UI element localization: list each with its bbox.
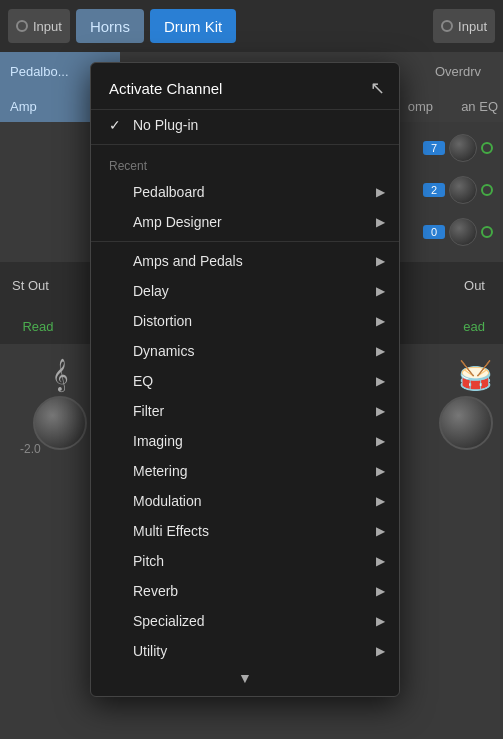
multi-effects-item[interactable]: Multi Effects ▶ [91,516,399,546]
amp-designer-recent-item[interactable]: Amp Designer ▶ [91,207,399,237]
green-indicator-3 [481,226,493,238]
reverb-item[interactable]: Reverb ▶ [91,576,399,606]
drum-kit-label: Drum Kit [164,18,222,35]
distortion-arrow-icon: ▶ [376,314,385,328]
checkmark-icon: ✓ [109,117,125,133]
filter-arrow-icon: ▶ [376,404,385,418]
delay-label: Delay [133,283,376,299]
read-left-button[interactable]: Read [8,319,68,334]
input-left-label: Input [33,19,62,34]
db-label: -2.0 [20,442,41,456]
specialized-label: Specialized [133,613,376,629]
input-right-label: Input [458,19,487,34]
eq-arrow-icon: ▶ [376,374,385,388]
distortion-label: Distortion [133,313,376,329]
dynamics-item[interactable]: Dynamics ▶ [91,336,399,366]
utility-arrow-icon: ▶ [376,644,385,658]
comp-label: omp [408,99,433,114]
scroll-down-indicator[interactable]: ▼ [91,666,399,688]
menu-header[interactable]: Activate Channel ↖ [91,67,399,110]
amp-label: Amp [10,99,37,114]
overdrive-button[interactable]: Overdrv [413,52,503,90]
delay-item[interactable]: Delay ▶ [91,276,399,306]
metering-label: Metering [133,463,376,479]
amps-pedals-item[interactable]: Amps and Pedals ▶ [91,246,399,276]
left-big-knob[interactable] [33,396,87,450]
delay-arrow-icon: ▶ [376,284,385,298]
recent-section-label: Recent [91,149,399,177]
dynamics-arrow-icon: ▶ [376,344,385,358]
right-knob-area: 7 2 0 [403,122,503,262]
read-right-button[interactable]: ead [463,319,485,334]
reverb-label: Reverb [133,583,376,599]
no-plugin-item[interactable]: ✓ No Plug-in [91,110,399,140]
modulation-item[interactable]: Modulation ▶ [91,486,399,516]
knob-2[interactable] [449,176,477,204]
input-right-btn[interactable]: Input [433,9,495,43]
top-bar: Input Horns Drum Kit Input [0,0,503,52]
an-eq-label: an EQ [461,99,498,114]
amp-designer-recent-label: Amp Designer [133,214,376,230]
distortion-item[interactable]: Distortion ▶ [91,306,399,336]
pedalboard-label: Pedalbo... [10,64,69,79]
input-right-indicator [441,20,453,32]
num-badge-3: 0 [423,225,445,239]
knob-3[interactable] [449,218,477,246]
knob-row-3: 0 [423,218,493,246]
pedalboard-recent-item[interactable]: Pedalboard ▶ [91,177,399,207]
an-eq-button[interactable]: an EQ [438,90,503,122]
horns-label: Horns [90,18,130,35]
cursor-arrow-icon: ↖ [370,77,385,99]
reverb-arrow-icon: ▶ [376,584,385,598]
overdrive-label: Overdrv [435,64,481,79]
dynamics-label: Dynamics [133,343,376,359]
activate-channel-label: Activate Channel [109,80,222,97]
right-big-knob[interactable] [439,396,493,450]
pitch-label: Pitch [133,553,376,569]
num-badge-2: 2 [423,183,445,197]
utility-item[interactable]: Utility ▶ [91,636,399,666]
imaging-item[interactable]: Imaging ▶ [91,426,399,456]
modulation-arrow-icon: ▶ [376,494,385,508]
divider-1 [91,144,399,145]
eq-label: EQ [133,373,376,389]
num-badge-1: 7 [423,141,445,155]
metering-item[interactable]: Metering ▶ [91,456,399,486]
filter-label: Filter [133,403,376,419]
knob-row-2: 2 [423,176,493,204]
drum-kit-button[interactable]: Drum Kit [150,9,236,43]
pitch-item[interactable]: Pitch ▶ [91,546,399,576]
pedalboard-arrow-icon: ▶ [376,185,385,199]
imaging-arrow-icon: ▶ [376,434,385,448]
divider-2 [91,241,399,242]
metering-arrow-icon: ▶ [376,464,385,478]
multi-effects-label: Multi Effects [133,523,376,539]
amps-pedals-arrow-icon: ▶ [376,254,385,268]
eq-item[interactable]: EQ ▶ [91,366,399,396]
amps-pedals-label: Amps and Pedals [133,253,376,269]
amp-designer-arrow-icon: ▶ [376,215,385,229]
scroll-down-arrow-icon: ▼ [238,670,252,686]
input-left-btn[interactable]: Input [8,9,70,43]
filter-item[interactable]: Filter ▶ [91,396,399,426]
green-indicator-1 [481,142,493,154]
green-indicator-2 [481,184,493,196]
no-plugin-label: No Plug-in [133,117,385,133]
dropdown-menu: Activate Channel ↖ ✓ No Plug-in Recent P… [90,62,400,697]
pitch-arrow-icon: ▶ [376,554,385,568]
multi-effects-arrow-icon: ▶ [376,524,385,538]
specialized-arrow-icon: ▶ [376,614,385,628]
cymbal-icon: 𝄞 [52,359,69,392]
specialized-item[interactable]: Specialized ▶ [91,606,399,636]
horns-button[interactable]: Horns [76,9,144,43]
imaging-label: Imaging [133,433,376,449]
knob-row-1: 7 [423,134,493,162]
input-left-indicator [16,20,28,32]
pedalboard-recent-label: Pedalboard [133,184,376,200]
modulation-label: Modulation [133,493,376,509]
drum-icon: 🥁 [458,359,493,392]
utility-label: Utility [133,643,376,659]
knob-1[interactable] [449,134,477,162]
